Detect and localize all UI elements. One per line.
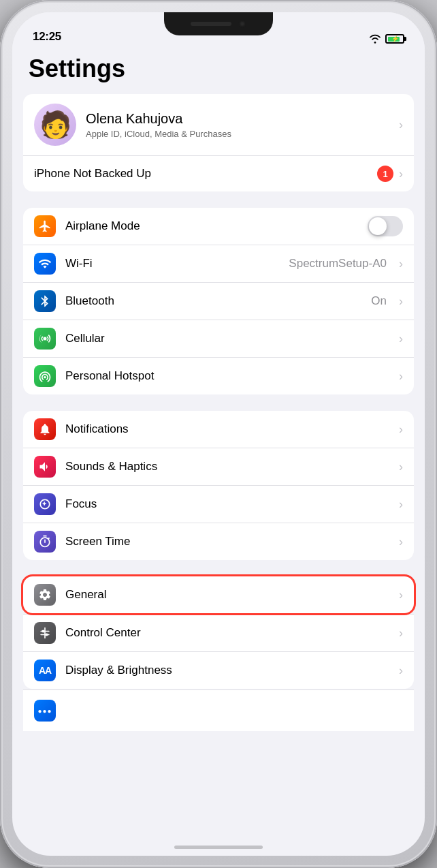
phone-screen: 12:25 ⚡ Settings bbox=[12, 12, 425, 856]
status-time: 12:25 bbox=[33, 30, 61, 44]
status-icons: ⚡ bbox=[369, 34, 404, 44]
focus-chevron: › bbox=[399, 497, 403, 512]
profile-row[interactable]: 🧑 Olena Kahujova Apple ID, iCloud, Media… bbox=[23, 94, 414, 156]
scroll-content[interactable]: Settings 🧑 Olena Kahujova Apple ID, iClo… bbox=[12, 49, 425, 856]
personal-hotspot-chevron: › bbox=[399, 369, 403, 384]
control-center-chevron: › bbox=[399, 626, 403, 640]
display-brightness-row[interactable]: AA Display & Brightness › bbox=[23, 652, 414, 689]
notifications-row[interactable]: Notifications › bbox=[23, 411, 414, 448]
screen-time-label: Screen Time bbox=[65, 535, 389, 548]
control-center-icon bbox=[34, 622, 56, 644]
battery-status: ⚡ bbox=[385, 34, 404, 44]
cellular-icon bbox=[34, 328, 56, 350]
system-remaining: Control Center › AA Display & Brightness… bbox=[23, 614, 414, 689]
display-brightness-chevron: › bbox=[399, 664, 403, 678]
control-center-row[interactable]: Control Center › bbox=[23, 615, 414, 652]
sounds-haptics-icon bbox=[34, 456, 56, 478]
avatar: 🧑 bbox=[34, 104, 76, 146]
wifi-chevron: › bbox=[399, 257, 403, 271]
display-brightness-icon: AA bbox=[34, 660, 56, 681]
cellular-row[interactable]: Cellular › bbox=[23, 320, 414, 358]
profile-name: Olena Kahujova bbox=[86, 111, 389, 127]
bluetooth-label: Bluetooth bbox=[65, 294, 361, 308]
sounds-haptics-label: Sounds & Haptics bbox=[65, 460, 389, 474]
personal-hotspot-icon bbox=[34, 365, 56, 387]
svg-point-0 bbox=[44, 337, 47, 341]
connectivity-section: Airplane Mode Wi-Fi SpectrumSetup-A0 › bbox=[23, 208, 414, 394]
battery-bolt: ⚡ bbox=[391, 35, 399, 42]
profile-chevron: › bbox=[399, 118, 403, 132]
cellular-chevron: › bbox=[399, 332, 403, 346]
profile-info: Olena Kahujova Apple ID, iCloud, Media &… bbox=[86, 111, 389, 139]
backup-badge: 1 bbox=[377, 166, 393, 182]
sounds-haptics-chevron: › bbox=[399, 460, 403, 474]
general-row[interactable]: General › bbox=[23, 576, 414, 613]
airplane-mode-label: Airplane Mode bbox=[65, 219, 358, 233]
speaker-grille bbox=[191, 22, 231, 26]
phone-frame: 12:25 ⚡ Settings bbox=[0, 0, 437, 868]
page-title: Settings bbox=[12, 49, 425, 94]
personal-hotspot-label: Personal Hotspot bbox=[65, 369, 389, 383]
wifi-label: Wi-Fi bbox=[65, 257, 279, 270]
notifications-section: Notifications › Sounds & Haptics › bbox=[23, 411, 414, 560]
general-label: General bbox=[65, 588, 389, 602]
notifications-chevron: › bbox=[399, 422, 403, 437]
bluetooth-value: On bbox=[371, 294, 387, 308]
notifications-icon bbox=[34, 418, 56, 440]
more-row-partial: ●●● bbox=[23, 689, 414, 731]
focus-label: Focus bbox=[65, 497, 389, 511]
wifi-icon bbox=[34, 253, 56, 275]
notch bbox=[164, 12, 273, 35]
airplane-mode-row[interactable]: Airplane Mode bbox=[23, 208, 414, 245]
home-indicator bbox=[174, 846, 263, 849]
cellular-label: Cellular bbox=[65, 332, 389, 345]
focus-icon bbox=[34, 493, 56, 515]
general-highlighted-wrapper: General › bbox=[23, 576, 414, 613]
system-section-wrapper: General › bbox=[23, 576, 414, 689]
more-icon: ●●● bbox=[34, 700, 56, 722]
display-brightness-label: Display & Brightness bbox=[65, 664, 389, 677]
airplane-mode-icon bbox=[34, 215, 56, 237]
screen-time-row[interactable]: Screen Time › bbox=[23, 523, 414, 560]
sounds-haptics-row[interactable]: Sounds & Haptics › bbox=[23, 448, 414, 486]
personal-hotspot-row[interactable]: Personal Hotspot › bbox=[23, 358, 414, 394]
control-center-label: Control Center bbox=[65, 626, 389, 640]
wifi-value: SpectrumSetup-A0 bbox=[289, 257, 387, 270]
bluetooth-icon bbox=[34, 290, 56, 312]
toggle-knob bbox=[369, 217, 387, 235]
wifi-status-icon bbox=[369, 34, 381, 44]
status-bar: 12:25 ⚡ bbox=[12, 12, 425, 49]
wifi-row[interactable]: Wi-Fi SpectrumSetup-A0 › bbox=[23, 245, 414, 283]
airplane-mode-toggle[interactable] bbox=[368, 216, 403, 236]
bluetooth-row[interactable]: Bluetooth On › bbox=[23, 283, 414, 320]
general-icon bbox=[34, 584, 56, 606]
screen-time-chevron: › bbox=[399, 535, 403, 549]
profile-subtitle: Apple ID, iCloud, Media & Purchases bbox=[86, 129, 389, 139]
bluetooth-chevron: › bbox=[399, 294, 403, 309]
svg-point-2 bbox=[45, 633, 48, 636]
backup-label: iPhone Not Backed Up bbox=[34, 167, 377, 181]
screen-time-icon bbox=[34, 531, 56, 553]
general-chevron: › bbox=[399, 588, 403, 602]
profile-card[interactable]: 🧑 Olena Kahujova Apple ID, iCloud, Media… bbox=[23, 94, 414, 191]
focus-row[interactable]: Focus › bbox=[23, 486, 414, 523]
backup-chevron: › bbox=[399, 167, 403, 181]
backup-row[interactable]: iPhone Not Backed Up 1 › bbox=[23, 156, 414, 191]
svg-point-1 bbox=[42, 630, 44, 632]
notifications-label: Notifications bbox=[65, 422, 389, 436]
front-camera bbox=[238, 20, 246, 28]
